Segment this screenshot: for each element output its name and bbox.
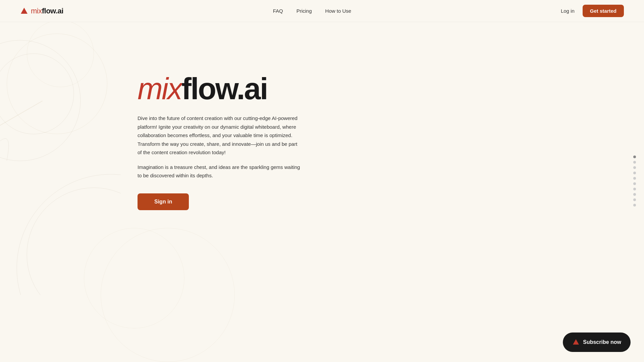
- side-dot-4[interactable]: [633, 172, 636, 174]
- side-dot-1[interactable]: [633, 156, 636, 158]
- hero-section: mixflow.ai Dive into the future of conte…: [0, 0, 644, 210]
- nav-link-how-to-use[interactable]: How to Use: [325, 8, 352, 14]
- nav-link-faq[interactable]: FAQ: [273, 8, 283, 14]
- logo-icon: [20, 7, 28, 15]
- svg-marker-5: [573, 339, 579, 345]
- hero-tagline: Imagination is a treasure chest, and ide…: [138, 163, 302, 180]
- logo-text: mixflow.ai: [31, 7, 63, 15]
- side-dot-3[interactable]: [633, 166, 636, 169]
- nav-item-how-to-use[interactable]: How to Use: [325, 8, 352, 14]
- side-dots-nav: [633, 156, 636, 206]
- side-dot-10[interactable]: [633, 204, 636, 206]
- hero-title-flowai: flow.ai: [181, 72, 267, 106]
- login-button[interactable]: Log in: [561, 8, 575, 14]
- nav-item-pricing[interactable]: Pricing: [297, 8, 312, 14]
- side-dot-5[interactable]: [633, 177, 636, 180]
- side-dot-9[interactable]: [633, 198, 636, 201]
- side-dot-6[interactable]: [633, 182, 636, 185]
- side-dot-8[interactable]: [633, 193, 636, 196]
- nav-links: FAQ Pricing How to Use: [273, 8, 351, 14]
- nav-actions: Log in Get started: [561, 5, 624, 17]
- sign-in-button[interactable]: Sign in: [138, 193, 189, 210]
- navbar: mixflow.ai FAQ Pricing How to Use Log in…: [0, 0, 644, 22]
- nav-item-faq[interactable]: FAQ: [273, 8, 283, 14]
- hero-title-mix: mix: [138, 72, 181, 106]
- logo-mix: mix: [31, 7, 42, 15]
- subscribe-icon: [572, 339, 580, 346]
- hero-title: mixflow.ai: [138, 74, 267, 104]
- logo-link[interactable]: mixflow.ai: [20, 7, 63, 15]
- side-dot-2[interactable]: [633, 161, 636, 164]
- subscribe-label: Subscribe now: [583, 339, 621, 345]
- side-dot-7[interactable]: [633, 188, 636, 190]
- nav-link-pricing[interactable]: Pricing: [297, 8, 312, 14]
- get-started-button[interactable]: Get started: [583, 5, 624, 17]
- logo-flowai: flow.ai: [42, 7, 63, 15]
- svg-marker-4: [21, 8, 28, 14]
- subscribe-now-button[interactable]: Subscribe now: [563, 333, 631, 352]
- hero-description: Dive into the future of content creation…: [138, 114, 302, 157]
